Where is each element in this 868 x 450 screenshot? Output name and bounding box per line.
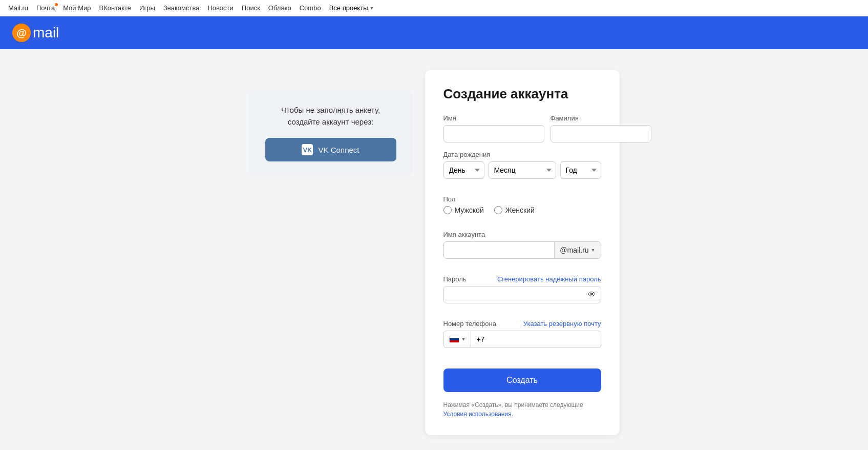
phone-country-selector[interactable] bbox=[444, 332, 472, 347]
day-select[interactable]: День 12345 678910 1112131415 1617181920 … bbox=[443, 161, 484, 179]
gender-group: Пол Мужской Женский bbox=[443, 195, 601, 222]
vk-icon: VK bbox=[302, 144, 313, 155]
vk-connect-button[interactable]: VK VK Connect bbox=[265, 138, 396, 161]
nav-all-projects[interactable]: Все проекты bbox=[329, 4, 374, 12]
nav-combo[interactable]: Combo bbox=[300, 4, 321, 12]
vk-connect-label: VK Connect bbox=[318, 146, 359, 154]
password-wrap: 👁 bbox=[443, 286, 601, 303]
nav-pochta[interactable]: Почта bbox=[36, 4, 55, 12]
first-name-group: Имя bbox=[443, 114, 544, 142]
show-password-icon[interactable]: 👁 bbox=[588, 290, 596, 299]
dob-group: Дата рождения День 12345 678910 11121314… bbox=[443, 151, 601, 187]
nav-novosti[interactable]: Новости bbox=[207, 4, 233, 12]
nav-oblako[interactable]: Облако bbox=[268, 4, 291, 12]
registration-form-panel: Создание аккаунта Имя Фамилия Дата рожде… bbox=[425, 70, 620, 435]
gender-male-radio[interactable] bbox=[443, 206, 452, 214]
nav-poisk[interactable]: Поиск bbox=[242, 4, 260, 12]
gender-female-option[interactable]: Женский bbox=[494, 206, 535, 214]
email-row: @mail.ru bbox=[443, 241, 601, 259]
year-select[interactable]: Год 2024202320102000 1995199019801970 bbox=[560, 161, 601, 179]
gender-female-label: Женский bbox=[505, 206, 535, 214]
last-name-input[interactable] bbox=[551, 125, 651, 142]
form-title: Создание аккаунта bbox=[443, 86, 601, 102]
month-select[interactable]: Месяц ЯнварьФевральМарт АпрельМайИюнь Ию… bbox=[489, 161, 556, 179]
name-row: Имя Фамилия bbox=[443, 114, 601, 142]
first-name-input[interactable] bbox=[443, 125, 544, 142]
flag-russia-icon bbox=[449, 336, 459, 343]
logo-text: mail bbox=[33, 25, 59, 41]
phone-input[interactable] bbox=[471, 331, 600, 347]
terms-text: Нажимая «Создать», вы принимаете следующ… bbox=[443, 400, 601, 419]
terms-link[interactable]: Условия использования bbox=[443, 411, 512, 418]
site-header: @ mail bbox=[0, 16, 868, 49]
terms-period: . bbox=[512, 411, 513, 418]
nav-vkontakte[interactable]: ВКонтакте bbox=[99, 4, 132, 12]
dob-row: День 12345 678910 1112131415 1617181920 … bbox=[443, 161, 601, 179]
phone-label: Номер телефона bbox=[443, 320, 496, 328]
gender-female-radio[interactable] bbox=[494, 206, 502, 214]
vk-connect-panel: Чтобы не заполнять анкету,создайте аккау… bbox=[249, 90, 413, 176]
phone-row bbox=[443, 331, 601, 348]
nav-moimir[interactable]: Мой Мир bbox=[63, 4, 91, 12]
nav-igry[interactable]: Игры bbox=[139, 4, 155, 12]
create-account-button[interactable]: Создать bbox=[443, 369, 601, 392]
gender-label: Пол bbox=[443, 195, 601, 203]
logo-at-icon: @ bbox=[12, 24, 31, 42]
phone-header: Номер телефона Указать резервную почту bbox=[443, 320, 601, 328]
gender-row: Мужской Женский bbox=[443, 206, 601, 214]
account-name-group: Имя аккаунта @mail.ru bbox=[443, 231, 601, 267]
generate-password-link[interactable]: Сгенерировать надёжный пароль bbox=[497, 275, 601, 283]
password-group: Пароль Сгенерировать надёжный пароль 👁 bbox=[443, 275, 601, 312]
last-name-group: Фамилия bbox=[551, 114, 651, 142]
main-content: Чтобы не заполнять анкету,создайте аккау… bbox=[127, 49, 742, 450]
nav-znakomstva[interactable]: Знакомства bbox=[163, 4, 200, 12]
logo[interactable]: @ mail bbox=[12, 24, 59, 42]
password-input[interactable] bbox=[443, 286, 601, 303]
vk-panel-text: Чтобы не заполнять анкету,создайте аккау… bbox=[265, 105, 396, 128]
account-name-label: Имя аккаунта bbox=[443, 231, 601, 238]
dob-label: Дата рождения bbox=[443, 151, 601, 158]
terms-prefix: Нажимая «Создать», вы принимаете следующ… bbox=[443, 401, 583, 408]
top-navigation: Mail.ru Почта Мой Мир ВКонтакте Игры Зна… bbox=[0, 0, 868, 16]
email-domain-selector[interactable]: @mail.ru bbox=[554, 242, 600, 258]
nav-mailru[interactable]: Mail.ru bbox=[8, 4, 28, 12]
password-label: Пароль bbox=[443, 275, 467, 283]
phone-group: Номер телефона Указать резервную почту bbox=[443, 320, 601, 360]
reserve-email-link[interactable]: Указать резервную почту bbox=[523, 320, 601, 328]
first-name-label: Имя bbox=[443, 114, 544, 122]
password-header: Пароль Сгенерировать надёжный пароль bbox=[443, 275, 601, 283]
gender-male-option[interactable]: Мужской bbox=[443, 206, 484, 214]
gender-male-label: Мужской bbox=[455, 206, 484, 214]
last-name-label: Фамилия bbox=[551, 114, 651, 122]
account-name-input[interactable] bbox=[444, 242, 555, 258]
